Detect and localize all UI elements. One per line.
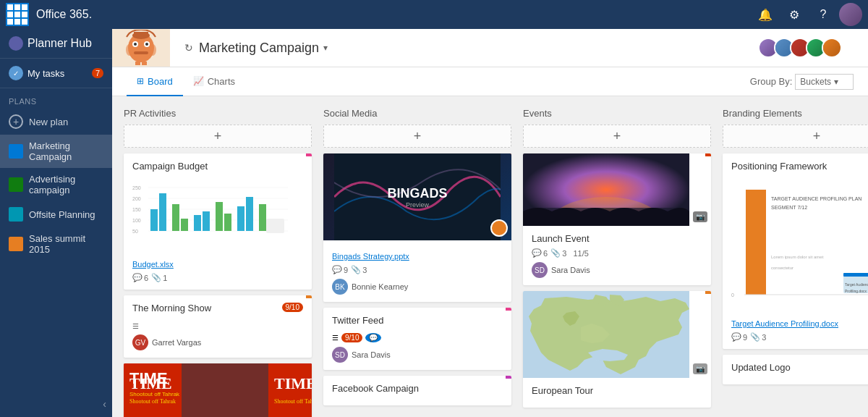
card-title: Twitter Feed [332, 315, 384, 326]
group-by-chevron: ▾ [834, 77, 838, 87]
notifications-button[interactable]: 🔔 [752, 1, 778, 28]
tab-board[interactable]: ⊞ Board [127, 67, 183, 96]
board-tab-icon: ⊞ [137, 76, 144, 86]
svg-point-7 [149, 44, 156, 56]
assignee-avatar: SD [532, 262, 548, 278]
bucket-branding: Branding Elements + Positioning Framewor… [723, 108, 868, 390]
card-color-bar [506, 308, 511, 311]
budget-chart: 250 200 150 100 50 [132, 176, 303, 256]
plan-color-offsite [9, 207, 23, 222]
card-title: Launch Event [532, 233, 702, 244]
sidebar-item-advertising-campaign[interactable]: Advertising campaign [0, 168, 112, 201]
bucket-branding-add-button[interactable]: + [723, 125, 868, 148]
top-nav: Office 365. 🔔 ⚙ ? [0, 0, 868, 29]
card-positioning-framework[interactable]: Positioning Framework TARGET AUDIENCE PR… [723, 153, 868, 349]
assignee-name: Sara Davis [352, 350, 391, 359]
my-tasks-badge: 7 [92, 68, 103, 78]
group-by-dropdown[interactable]: Buckets ▾ [795, 74, 854, 90]
svg-rect-9 [142, 62, 147, 65]
card-meta: Budget.xlsx [132, 260, 303, 269]
card-color-bar [306, 295, 312, 298]
bucket-events: Events + [523, 108, 711, 413]
card-assignee: SD Sara Davis [332, 347, 503, 363]
launch-event-image: 📷 [523, 153, 711, 226]
bucket-events-header: Events [523, 108, 711, 119]
plan-title: Marketing Campaign [199, 41, 319, 56]
add-icon: + [9, 114, 23, 129]
bucket-pr-add-button[interactable]: + [124, 125, 312, 148]
sidebar-item-offsite-planning[interactable]: Offsite Planning [0, 201, 112, 227]
comment-icon: 💬 [532, 248, 542, 258]
svg-rect-29 [224, 214, 231, 231]
bell-icon: 🔔 [758, 8, 773, 22]
plan-label-sales: Sales summit 2015 [29, 233, 103, 255]
tabs-bar: ⊞ Board 📈 Charts Group By: Buckets ▾ [112, 67, 868, 96]
camera-icon-overlay: 📷 [693, 211, 707, 222]
attachment-icon: 📎 [351, 265, 361, 274]
file-link[interactable]: Budget.xlsx [132, 260, 174, 269]
sidebar-my-tasks[interactable]: ✓ My tasks 7 [0, 59, 112, 88]
new-plan-button[interactable]: + New plan [0, 109, 112, 135]
card-european-tour[interactable]: 📷 European Tour [523, 291, 711, 408]
comment-icon: 💬 [132, 273, 142, 282]
card-title: European Tour [532, 385, 702, 396]
attachments-count: 📎 3 11/5 [550, 248, 589, 258]
file-link[interactable]: Bingads Strategy.pptx [332, 252, 409, 261]
card-body: Updated Logo [723, 355, 868, 384]
card-body: European Tour [523, 378, 711, 408]
sidebar-item-sales-summit[interactable]: Sales summit 2015 [0, 227, 112, 261]
member-avatar-5[interactable] [822, 38, 842, 58]
card-bingads[interactable]: BINGADS Preview Bingads Strategy.pptx 💬 … [323, 153, 511, 302]
bucket-events-add-button[interactable]: + [523, 125, 711, 148]
card-title: Facebook Campaign [332, 383, 503, 394]
attachments-count: 📎 3 [750, 332, 766, 342]
card-twitter-feed[interactable]: Twitter Feed ☰ 9/10 💬 SD Sara Davis [323, 308, 511, 370]
sidebar-item-marketing-campaign[interactable]: Marketing Campaign [0, 135, 112, 168]
plan-header-area: ↻ Marketing Campaign ▾ [112, 29, 868, 67]
card-title-row: Twitter Feed [332, 315, 503, 330]
bucket-branding-header: Branding Elements [723, 108, 868, 119]
svg-text:250: 250 [132, 185, 141, 190]
card-body: The Morning Show 9/10 ☰ GV Garret Vargas [124, 295, 312, 358]
svg-point-3 [134, 43, 137, 46]
sidebar-collapse-button[interactable]: ‹ [103, 398, 106, 410]
user-avatar-top[interactable] [839, 3, 862, 26]
budget-chart-svg: 250 200 150 100 50 [132, 179, 292, 244]
plan-title-chevron[interactable]: ▾ [323, 43, 328, 53]
help-button[interactable]: ? [810, 1, 836, 28]
card-updated-logo[interactable]: Updated Logo [723, 355, 868, 384]
board-area: PR Activities + Campaign Budget 250 200 … [112, 96, 868, 417]
card-magazine-coverage[interactable]: TIME Shootout off Tahrak [124, 363, 312, 417]
svg-rect-32 [259, 204, 266, 231]
card-body: Campaign Budget 250 200 150 100 50 [124, 153, 312, 290]
file-link[interactable]: Target Audience Profiling.docx [731, 319, 838, 328]
card-body: Positioning Framework TARGET AUDIENCE PR… [723, 153, 868, 349]
twitter-badge-extra: 💬 [365, 333, 381, 342]
planner-hub-icon [9, 36, 23, 51]
card-launch-event[interactable]: 📷 Launch Event 💬 6 📎 3 11/5 SD [523, 153, 711, 285]
bingads-logo-area: BINGADS Preview [387, 186, 447, 208]
european-tour-map: 📷 [523, 291, 711, 378]
waffle-menu-button[interactable] [6, 3, 29, 26]
assignee-name: Sara Davis [551, 266, 590, 274]
svg-point-6 [126, 44, 133, 56]
card-meta: ☰ [132, 322, 303, 330]
card-facebook-campaign[interactable]: Facebook Campaign [323, 376, 511, 405]
card-stats: 💬 9 📎 3 [332, 265, 503, 274]
svg-rect-41 [746, 190, 766, 295]
tab-charts[interactable]: 📈 Charts [183, 67, 245, 96]
settings-button[interactable]: ⚙ [781, 1, 807, 28]
sidebar-planner-hub[interactable]: Planner Hub [0, 29, 112, 59]
bucket-pr-activities: PR Activities + Campaign Budget 250 200 … [124, 108, 312, 417]
bucket-social-add-button[interactable]: + [323, 125, 511, 148]
plan-color-sales [9, 237, 23, 251]
svg-rect-28 [216, 202, 223, 231]
card-color-bar [506, 376, 511, 379]
refresh-button[interactable]: ↻ [184, 42, 193, 54]
assignee-avatar: BK [332, 279, 348, 295]
card-campaign-budget[interactable]: Campaign Budget 250 200 150 100 50 [124, 153, 312, 290]
plan-label-offsite: Offsite Planning [29, 209, 95, 220]
card-stats: 💬 6 📎 3 11/5 [532, 248, 702, 258]
card-morning-show[interactable]: The Morning Show 9/10 ☰ GV Garret Vargas [124, 295, 312, 358]
comments-count: 💬 9 [731, 332, 747, 342]
